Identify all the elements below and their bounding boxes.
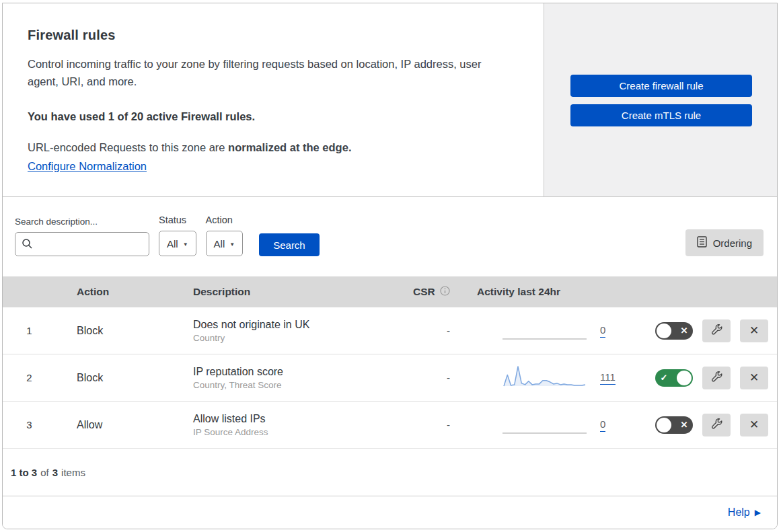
- status-dropdown-value: All: [167, 238, 178, 250]
- normalization-note: URL-encoded Requests to this zone are no…: [28, 139, 496, 156]
- info-icon[interactable]: [440, 286, 450, 299]
- top-section: Firewall rules Control incoming traffic …: [3, 3, 777, 197]
- ordering-button[interactable]: Ordering: [685, 229, 764, 256]
- chevron-down-icon: ▼: [229, 241, 235, 248]
- action-label: Action: [206, 215, 244, 225]
- search-group: Search description...: [15, 217, 149, 256]
- help-link[interactable]: Help ▶: [728, 506, 761, 519]
- intro-panel: Firewall rules Control incoming traffic …: [3, 3, 544, 196]
- filter-bar: Search description... Status All ▼ Actio…: [3, 197, 777, 276]
- chevron-down-icon: ▼: [183, 241, 188, 248]
- table-body: 1 Block Does not originate in UK Country…: [3, 307, 777, 449]
- configure-normalization-link[interactable]: Configure Normalization: [28, 160, 147, 173]
- activity-sparkline: [503, 317, 587, 345]
- rule-fields: Country, Threat Score: [193, 380, 396, 390]
- toggle-knob: [657, 418, 671, 432]
- rule-fields: Country: [193, 333, 396, 343]
- create-mtls-rule-button[interactable]: Create mTLS rule: [570, 104, 752, 126]
- wrench-icon: [710, 371, 723, 385]
- rule-description: Does not originate in UK: [193, 319, 396, 331]
- column-header-activity: Activity last 24hr: [463, 286, 628, 298]
- edit-rule-button[interactable]: [702, 367, 731, 389]
- page-description: Control incoming traffic to your zone by…: [28, 55, 496, 90]
- edit-rule-button[interactable]: [702, 319, 731, 342]
- rule-priority-number: 1: [3, 325, 67, 336]
- close-icon: ✕: [749, 371, 759, 385]
- toggle-state-icon: ✕: [677, 326, 692, 336]
- delete-rule-button[interactable]: ✕: [740, 414, 768, 436]
- search-label: Search description...: [15, 217, 149, 227]
- toggle-state-icon: ✓: [657, 373, 671, 383]
- delete-rule-button[interactable]: ✕: [740, 367, 768, 389]
- table-row: 3 Allow Allow listed IPs IP Source Addre…: [3, 402, 777, 449]
- action-dropdown-value: All: [214, 238, 225, 250]
- rule-action-value: Allow: [67, 419, 174, 431]
- help-bar: Help ▶: [3, 496, 777, 529]
- table-header: Action Description CSR Activity last 24h…: [3, 276, 777, 307]
- activity-count-link[interactable]: 111: [600, 371, 616, 385]
- rule-description: Allow listed IPs: [193, 413, 396, 425]
- pagination-summary: 1 to 3 of 3 items: [3, 449, 777, 496]
- rule-fields: IP Source Address: [193, 427, 396, 437]
- close-icon: ✕: [749, 418, 759, 432]
- toggle-knob: [657, 324, 671, 338]
- rule-csr-value: -: [396, 325, 463, 336]
- edit-rule-button[interactable]: [702, 414, 731, 436]
- actions-panel: Create firewall rule Create mTLS rule: [544, 3, 777, 196]
- rule-priority-number: 2: [3, 372, 67, 383]
- search-button[interactable]: Search: [259, 233, 320, 256]
- status-filter-group: Status All ▼: [159, 215, 196, 256]
- triangle-right-icon: ▶: [755, 508, 761, 517]
- column-header-description: Description: [174, 286, 396, 298]
- rule-csr-value: -: [396, 419, 463, 430]
- column-header-csr: CSR: [396, 286, 463, 299]
- create-firewall-rule-button[interactable]: Create firewall rule: [570, 75, 752, 97]
- wrench-icon: [710, 418, 723, 432]
- rule-priority-number: 3: [3, 419, 67, 430]
- wrench-icon: [710, 324, 723, 338]
- action-filter-group: Action All ▼: [206, 215, 244, 256]
- rule-description: IP reputation score: [193, 366, 396, 378]
- rule-enabled-toggle[interactable]: ✕: [655, 416, 693, 434]
- usage-summary: You have used 1 of 20 active Firewall ru…: [28, 108, 496, 125]
- activity-count-link[interactable]: 0: [600, 418, 605, 432]
- close-icon: ✕: [749, 324, 759, 338]
- page-title: Firewall rules: [28, 28, 496, 43]
- action-dropdown[interactable]: All ▼: [206, 231, 244, 256]
- table-row: 1 Block Does not originate in UK Country…: [3, 307, 777, 354]
- status-label: Status: [159, 215, 196, 225]
- toggle-knob: [677, 371, 692, 385]
- activity-sparkline: [503, 364, 587, 392]
- rule-action-value: Block: [67, 372, 174, 384]
- delete-rule-button[interactable]: ✕: [740, 319, 768, 342]
- rule-enabled-toggle[interactable]: ✓: [655, 369, 693, 387]
- firewall-rules-card: Firewall rules Control incoming traffic …: [2, 3, 778, 529]
- rule-csr-value: -: [396, 372, 463, 383]
- status-dropdown[interactable]: All ▼: [159, 231, 196, 256]
- ordering-list-icon: [697, 236, 707, 250]
- column-header-action: Action: [67, 286, 174, 298]
- search-input[interactable]: [15, 232, 149, 256]
- activity-sparkline: [503, 411, 587, 439]
- toggle-state-icon: ✕: [677, 420, 692, 430]
- table-row: 2 Block IP reputation score Country, Thr…: [3, 354, 777, 402]
- rule-enabled-toggle[interactable]: ✕: [655, 322, 693, 340]
- rule-action-value: Block: [67, 325, 174, 337]
- activity-count-link[interactable]: 0: [600, 324, 605, 338]
